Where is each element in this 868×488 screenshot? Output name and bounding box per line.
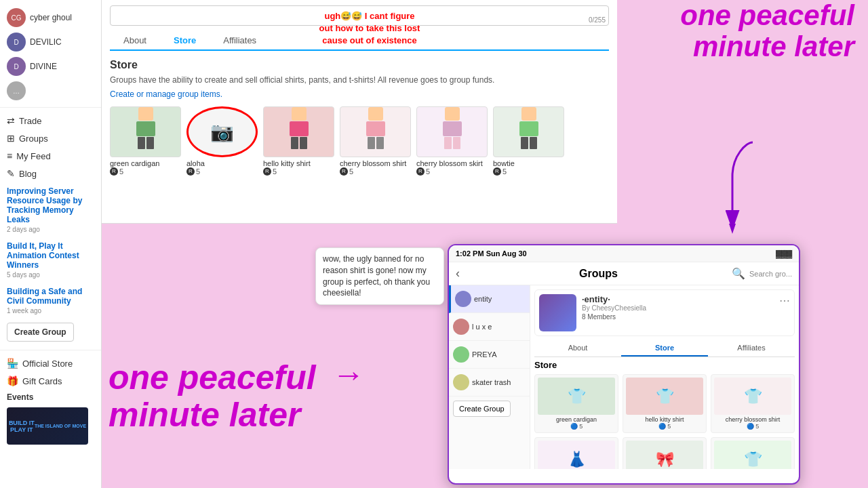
mobile-item-price: 🔵 5 <box>538 423 615 430</box>
events-label: Events <box>0 390 101 405</box>
mobile-item-hello-kitty[interactable]: 👕 hello kitty shirt 🔵 5 <box>623 374 707 433</box>
right-text-line1: one peaceful <box>680 0 854 31</box>
char-body <box>366 121 385 136</box>
char-body <box>443 121 462 136</box>
sidebar-label: My Feed <box>16 151 51 161</box>
blog-meta: 1 week ago <box>7 307 94 314</box>
mobile-tab-store[interactable]: Store <box>621 340 708 357</box>
sidebar-item-gift-cards[interactable]: 🎁 Gift Cards <box>0 372 101 390</box>
gift-icon: 🎁 <box>7 375 18 386</box>
sidebar-item-blog[interactable]: ✎ Blog <box>0 165 101 182</box>
item-price: R 5 <box>110 167 181 176</box>
right-arrow-annotation: → <box>332 356 365 393</box>
group-name: ·entity· <box>582 294 779 304</box>
robux-icon: R <box>110 167 118 176</box>
more-options-button[interactable]: ⋯ <box>779 294 790 307</box>
sidebar-label: Official Store <box>22 359 73 369</box>
mobile-item-green-white[interactable]: 👕 green and white 🔵 5 <box>711 437 795 469</box>
mobile-item-image: 👕 <box>714 441 791 469</box>
item-price: R 5 <box>186 167 258 176</box>
feed-icon: ≡ <box>7 150 12 161</box>
mobile-sidebar: entity l u x e PREYA skater trash Create… <box>449 285 530 469</box>
mobile-tabs: About Store Affiliates <box>534 340 795 357</box>
trade-icon: ⇄ <box>7 115 15 126</box>
sidebar-item-official-store[interactable]: 🏪 Official Store <box>0 354 101 372</box>
store-manage-link[interactable]: Create or manage group items. <box>110 89 222 99</box>
sidebar-user-divine[interactable]: D DIVINE <box>0 54 101 79</box>
mobile-sidebar-preya[interactable]: PREYA <box>449 341 530 369</box>
avatar: … <box>7 81 26 100</box>
item-image <box>340 106 411 157</box>
mobile-sidebar-luxe[interactable]: l u x e <box>449 313 530 341</box>
robux-icon: R <box>263 167 271 176</box>
tab-store[interactable]: Store <box>160 31 210 51</box>
sidebar-label: Gift Cards <box>22 376 62 386</box>
item-price: R 5 <box>493 167 564 176</box>
price-value: 5 <box>502 167 507 176</box>
item-green-cardigan[interactable]: green cardigan R 5 <box>110 106 181 176</box>
sidebar-user-cyber-ghoul[interactable]: CG cyber ghoul <box>0 5 101 30</box>
sidebar-item-label: PREYA <box>472 350 496 359</box>
item-bowtie[interactable]: bowtie R 5 <box>493 106 564 176</box>
char-head <box>138 107 153 121</box>
mobile-item-bowtie[interactable]: 🎀 bowtie 🔵 5 <box>623 437 707 469</box>
sidebar-item-trade[interactable]: ⇄ Trade <box>0 112 101 129</box>
item-cherry-blossom-shirt[interactable]: cherry blossom shirt R 5 <box>340 106 411 176</box>
char-head <box>368 107 383 121</box>
item-image <box>263 106 334 157</box>
sidebar-username: DEVILIC <box>30 37 62 47</box>
mobile-sidebar-skater-trash[interactable]: skater trash <box>449 369 530 396</box>
svg-marker-1 <box>729 224 736 234</box>
groups-icon: ⊞ <box>7 133 15 144</box>
store-title: Store <box>110 59 609 71</box>
char-leg <box>530 137 537 149</box>
tab-about[interactable]: About <box>110 31 160 51</box>
divider <box>0 107 101 108</box>
char-leg <box>444 137 452 149</box>
item-name: green cardigan <box>110 159 181 167</box>
robux-icon-sm: 🔵 <box>658 423 666 430</box>
item-hello-kitty-shirt[interactable]: hello kitty shirt R 5 <box>263 106 334 176</box>
blog-meta: 5 days ago <box>7 271 94 279</box>
char-leg <box>521 137 528 149</box>
item-name: bowtie <box>493 159 564 167</box>
mobile-item-cherry-blossom-skirt[interactable]: 👗 cherry blossom skirt 🔵 5 <box>534 437 618 469</box>
mobile-item-image: 👕 <box>714 378 791 415</box>
mobile-sidebar-entity[interactable]: entity <box>449 285 530 313</box>
blog-post-3[interactable]: Building a Safe and Civil Community 1 we… <box>0 283 101 319</box>
char-leg <box>291 137 298 149</box>
down-arrow-svg <box>712 136 766 237</box>
item-name: aloha <box>186 159 258 167</box>
sidebar-user-devilic[interactable]: D DEVILIC <box>0 30 101 54</box>
sidebar-item-my-feed[interactable]: ≡ My Feed <box>0 147 101 165</box>
item-image: 📷 <box>186 106 258 157</box>
mobile-item-image: 🎀 <box>626 441 703 469</box>
item-aloha[interactable]: 📷 aloha R 5 <box>186 106 258 176</box>
left-sidebar: CG cyber ghoul D DEVILIC D DIVINE … ⇄ Tr… <box>0 0 102 488</box>
mobile-item-name: hello kitty shirt <box>626 416 703 423</box>
item-name: cherry blossom shirt <box>340 159 411 167</box>
group-info: ·entity· By CheesyCheesiella 8 Members <box>582 294 779 321</box>
create-group-button[interactable]: Create Group <box>7 323 74 342</box>
sidebar-item-groups[interactable]: ⊞ Groups <box>0 129 101 147</box>
blog-post-1[interactable]: Improving Server Resource Usage by Track… <box>0 182 101 237</box>
events-banner: BUILD ITPLAY ITTHE ISLAND OF MOVE <box>7 407 88 445</box>
blog-post-2[interactable]: Build It, Play It Animation Contest Winn… <box>0 237 101 283</box>
mobile-create-group-button[interactable]: Create Group <box>453 401 511 417</box>
sidebar-user-more[interactable]: … <box>0 79 101 103</box>
sidebar-username: cyber ghoul <box>30 13 72 22</box>
mobile-item-cherry-blossom-shirt[interactable]: 👕 cherry blossom shirt 🔵 5 <box>711 374 795 433</box>
mobile-tab-about[interactable]: About <box>534 340 621 357</box>
bottom-left-annotation: one peaceful minute later <box>108 359 316 434</box>
mobile-item-green-cardigan[interactable]: 👕 green cardigan 🔵 5 <box>534 374 618 433</box>
back-button[interactable]: ‹ <box>456 266 460 281</box>
battery-icon: ▓▓▓ <box>776 249 792 258</box>
mobile-tab-affiliates[interactable]: Affiliates <box>708 340 795 357</box>
tab-affiliates[interactable]: Affiliates <box>210 31 270 51</box>
item-price: R 5 <box>263 167 334 176</box>
bottom-left-line1: one peaceful <box>108 359 316 396</box>
price-value: 5 <box>119 167 123 176</box>
mobile-overlay: 1:02 PM Sun Aug 30 ▓▓▓ ‹ Groups 🔍 Search… <box>448 244 800 485</box>
item-cherry-blossom-skirt[interactable]: cherry blossom skirt R 5 <box>416 106 488 176</box>
search-icon-mobile[interactable]: 🔍 <box>732 267 745 280</box>
